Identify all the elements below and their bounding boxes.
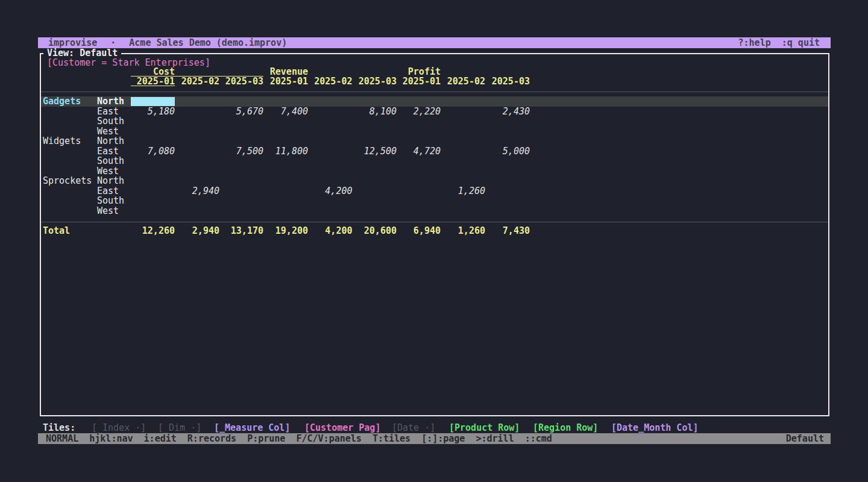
total-cell-c5: 20,600 (353, 226, 397, 236)
customer-filter-badge[interactable]: [Customer = Stark Enterprises] (47, 58, 210, 67)
product-label-gadgets[interactable]: Gadgets (43, 96, 81, 107)
region-label-north[interactable]: North (97, 96, 124, 107)
total-cell-c7: 1,260 (441, 226, 486, 236)
pivot-row-6-south[interactable]: South (41, 156, 828, 166)
pivot-cell-r1-c5[interactable]: 8,100 (353, 107, 397, 117)
column-header-0-2025-01[interactable]: 2025-01 (131, 77, 175, 86)
region-label-south[interactable]: South (97, 116, 124, 127)
pivot-row-10-south[interactable]: South (41, 196, 828, 206)
title-separator-dot: · (110, 37, 116, 48)
pivot-cell-r1-c3[interactable]: 7,400 (264, 107, 309, 117)
column-header-7-2025-02[interactable]: 2025-02 (441, 77, 486, 86)
tile-date-month-col[interactable]: [Date_Month Col] (611, 423, 699, 433)
status-bar: NORMAL hjkl:nav i:edit R:records P:prune… (38, 433, 831, 444)
pivot-row-2-south[interactable]: South (41, 116, 828, 127)
tile-customer-pag[interactable]: [Customer Pag] (304, 423, 380, 433)
pivot-cell-r9-c4[interactable]: 4,200 (308, 186, 353, 196)
total-cell-c8: 7,430 (486, 226, 530, 236)
help-quit-hints: ?:help :q quit (738, 37, 831, 48)
app-name: improvise (48, 37, 97, 48)
view-title: View: Default (43, 48, 121, 58)
total-row: Total 12,2602,94013,17019,2004,20020,600… (41, 226, 828, 236)
total-cell-c3: 19,200 (264, 226, 309, 236)
total-cell-c2: 13,170 (219, 226, 264, 236)
measure-group-revenue[interactable]: Revenue (264, 67, 309, 77)
pivot-row-4-widgets-north[interactable]: WidgetsNorth (41, 136, 828, 146)
pivot-cell-r9-c1[interactable]: 2,940 (175, 186, 220, 196)
column-header-1-2025-02[interactable]: 2025-02 (175, 77, 220, 86)
region-label-east[interactable]: East (97, 146, 119, 157)
pivot-cell-r5-c8[interactable]: 5,000 (486, 146, 530, 157)
measure-group-cost[interactable]: Cost (131, 67, 264, 77)
total-cell-c0: 12,260 (131, 226, 175, 236)
title-bar-left: improvise · Acme Sales Demo (demo.improv… (38, 37, 287, 48)
pivot-row-1-east[interactable]: East5,1805,6707,4008,1002,2202,430 (41, 107, 828, 117)
total-label: Total (43, 226, 70, 236)
pivot-cell-r5-c2[interactable]: 7,500 (219, 146, 264, 157)
region-label-south[interactable]: South (97, 196, 124, 206)
measure-group-profit[interactable]: Profit (397, 67, 441, 77)
status-mode-and-keybinds: NORMAL hjkl:nav i:edit R:records P:prune… (38, 433, 552, 444)
pivot-cell-r5-c3[interactable]: 11,800 (264, 146, 309, 157)
region-label-west[interactable]: West (97, 166, 119, 177)
region-label-south[interactable]: South (97, 156, 124, 166)
pivot-row-11-west[interactable]: West (41, 206, 828, 216)
pivot-cell-r1-c8[interactable]: 2,430 (486, 107, 530, 117)
product-label-sprockets[interactable]: Sprockets (43, 176, 92, 186)
column-header-6-2025-01[interactable]: 2025-01 (397, 77, 441, 86)
pivot-cell-r1-c6[interactable]: 2,220 (397, 107, 441, 117)
pivot-row-3-west[interactable]: West (41, 127, 828, 137)
tile-region-row[interactable]: [Region Row] (533, 423, 598, 433)
pivot-row-5-east[interactable]: East7,0807,50011,80012,5004,7205,000 (41, 146, 828, 157)
status-view-name: Default (786, 433, 831, 444)
tile-product-row[interactable]: [Product Row] (449, 423, 520, 433)
region-label-north[interactable]: North (97, 176, 124, 186)
total-cell-c6: 6,940 (397, 226, 441, 236)
pivot-cell-r1-c2[interactable]: 5,670 (219, 107, 264, 117)
column-header-2-2025-03[interactable]: 2025-03 (219, 77, 264, 86)
region-label-west[interactable]: West (97, 206, 119, 216)
document-title: Acme Sales Demo (demo.improv) (129, 37, 287, 48)
product-label-widgets[interactable]: Widgets (43, 136, 81, 146)
total-cell-c4: 4,200 (308, 226, 353, 236)
tile-date[interactable]: [Date ·] (392, 423, 435, 433)
pivot-cell-r9-c7[interactable]: 1,260 (441, 186, 486, 196)
column-header-4-2025-02[interactable]: 2025-02 (308, 77, 353, 86)
tiles-bar-label: Tiles: (43, 423, 75, 433)
total-separator (41, 222, 828, 222)
pivot-row-8-sprockets-north[interactable]: SprocketsNorth (41, 176, 828, 186)
pivot-cell-r5-c0[interactable]: 7,080 (131, 146, 175, 157)
pivot-row-7-west[interactable]: West (41, 166, 828, 177)
region-label-north[interactable]: North (97, 136, 124, 146)
pivot-cell-r5-c5[interactable]: 12,500 (353, 146, 397, 157)
cell-cursor[interactable] (131, 97, 175, 107)
pivot-cell-r5-c6[interactable]: 4,720 (397, 146, 441, 157)
desktop-background: improvise · Acme Sales Demo (demo.improv… (0, 0, 868, 482)
pivot-row-9-east[interactable]: East2,9404,2001,260 (41, 186, 828, 196)
improvise-terminal: improvise · Acme Sales Demo (demo.improv… (38, 37, 831, 444)
tile-dim[interactable]: [_Dim ·] (158, 423, 201, 433)
region-label-east[interactable]: East (97, 186, 119, 196)
tile-index[interactable]: [_Index ·] (92, 423, 146, 433)
column-header-3-2025-01[interactable]: 2025-01 (264, 77, 309, 86)
region-label-west[interactable]: West (97, 127, 119, 137)
column-header-5-2025-03[interactable]: 2025-03 (353, 77, 397, 86)
tile-measure-col[interactable]: [_Measure Col] (214, 423, 290, 433)
column-header-8-2025-03[interactable]: 2025-03 (486, 77, 530, 86)
region-label-east[interactable]: East (97, 107, 119, 117)
pivot-cell-r1-c0[interactable]: 5,180 (131, 107, 175, 117)
title-bar: improvise · Acme Sales Demo (demo.improv… (38, 37, 831, 48)
total-cell-c1: 2,940 (175, 226, 220, 236)
tiles-bar: Tiles: [_Index ·][_Dim ·][_Measure Col][… (38, 423, 831, 433)
pivot-row-0-gadgets-north[interactable]: GadgetsNorth (41, 96, 828, 107)
header-separator (41, 92, 828, 92)
